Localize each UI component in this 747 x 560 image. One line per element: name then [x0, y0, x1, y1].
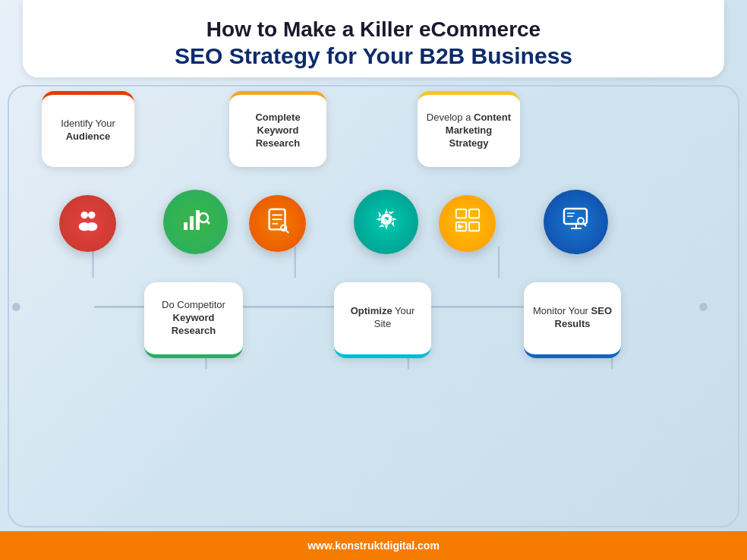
circle-content — [439, 195, 496, 252]
box-competitor-research: Do Competitor Keyword Research — [144, 282, 243, 358]
monitor-icon — [559, 203, 593, 241]
footer-url: www.konstruktdigital.com — [307, 540, 440, 552]
circle-monitor — [544, 190, 608, 254]
box6-text: Monitor Your SEO Results — [531, 305, 613, 331]
svg-marker-31 — [458, 223, 462, 228]
box-identify-audience: Identify Your Audience — [42, 91, 134, 167]
svg-point-7 — [12, 303, 20, 311]
box2-text: Do Competitor Keyword Research — [152, 299, 235, 338]
box-content-strategy: Develop a Content Marketing Strategy — [418, 91, 520, 167]
box-optimize-site: Optimize Your Site — [334, 282, 431, 358]
header-line2: SEO Strategy for Your B2B Business — [68, 42, 679, 70]
svg-rect-28 — [468, 222, 478, 230]
svg-line-16 — [206, 221, 210, 224]
document-icon — [263, 206, 292, 241]
circle-keyword — [249, 195, 306, 252]
circle-optimize — [354, 190, 418, 254]
chart-icon — [179, 203, 213, 241]
svg-point-9 — [88, 211, 96, 219]
gear-icon — [370, 203, 403, 241]
box-seo-results: Monitor Your SEO Results — [524, 282, 621, 358]
box4-text: Optimize Your Site — [342, 305, 424, 331]
box1-text: Identify Your Audience — [49, 118, 127, 143]
svg-point-6 — [699, 303, 708, 311]
svg-point-8 — [80, 211, 88, 219]
box3-text: Complete Keyword Research — [237, 112, 319, 150]
content-icon — [453, 206, 482, 241]
svg-rect-13 — [190, 216, 194, 230]
svg-rect-12 — [184, 222, 188, 230]
svg-line-22 — [285, 230, 288, 233]
circle-competitor-research — [163, 190, 228, 254]
circle-audience — [59, 195, 116, 252]
main-container: How to Make a Killer eCommerce SEO Strat… — [0, 0, 747, 560]
box-keyword-research: Complete Keyword Research — [229, 91, 326, 167]
header: How to Make a Killer eCommerce SEO Strat… — [23, 0, 724, 77]
box5-text: Develop a Content Marketing Strategy — [425, 112, 512, 150]
footer: www.konstruktdigital.com — [0, 531, 747, 560]
svg-point-11 — [86, 222, 97, 230]
svg-rect-26 — [468, 209, 478, 217]
diagram-area: Identify Your Audience Complete Keyword … — [0, 77, 747, 531]
svg-rect-25 — [455, 209, 465, 217]
header-line1: How to Make a Killer eCommerce — [68, 17, 679, 42]
people-icon — [74, 206, 102, 241]
